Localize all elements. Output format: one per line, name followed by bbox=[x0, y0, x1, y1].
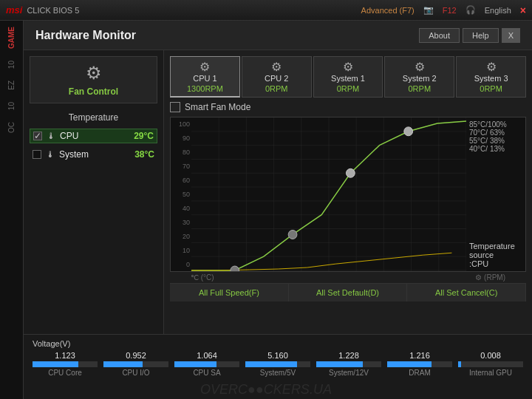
temp-level-40: 40°C/ 13% bbox=[469, 145, 522, 153]
fan-tab-sys1-icon: ⚙ bbox=[316, 60, 381, 74]
chart-right-labels: 85°C/100% 70°C/ 63% 55°C/ 38% 40°C/ 13% … bbox=[466, 117, 525, 271]
sys12v-bar bbox=[316, 361, 381, 367]
igpu-bar bbox=[458, 361, 523, 367]
f12-label: F12 bbox=[443, 6, 457, 15]
fan-icon: ⚙ bbox=[36, 63, 151, 83]
igpu-fill bbox=[458, 361, 461, 367]
fan-tabs: ⚙ CPU 1 1300RPM ⚙ CPU 2 0RPM ⚙ System 1 … bbox=[170, 56, 526, 98]
cpusa-bar bbox=[174, 361, 239, 367]
sys5v-value: 5.160 bbox=[267, 351, 288, 360]
cpusa-fill bbox=[174, 361, 216, 367]
fan-tab-sys1[interactable]: ⚙ System 1 0RPM bbox=[313, 56, 383, 98]
cpucore-fill bbox=[33, 361, 78, 367]
fan-tab-sys3-rpm: 0RPM bbox=[458, 84, 524, 93]
fan-tab-cpu2-rpm: 0RPM bbox=[244, 84, 310, 93]
svg-point-24 bbox=[404, 127, 413, 136]
top-bar-right: Advanced (F7) 📷 F12 🎧 English × bbox=[361, 4, 526, 16]
fan-tab-sys1-name: System 1 bbox=[316, 74, 381, 83]
fan-tab-sys3-name: System 3 bbox=[458, 74, 524, 83]
fan-tab-sys3[interactable]: ⚙ System 3 0RPM bbox=[456, 56, 526, 98]
dram-value: 1.216 bbox=[409, 351, 430, 360]
svg-point-23 bbox=[346, 168, 355, 177]
temp-level-70: 70°C/ 63% bbox=[469, 129, 522, 137]
voltage-bars: 1.123 CPU Core 0.952 CPU I/O 1.064 CPU S… bbox=[33, 351, 523, 377]
cpu-temp-row: ✓ 🌡 CPU 29°C bbox=[30, 129, 157, 143]
cpucore-name: CPU Core bbox=[48, 369, 82, 377]
left-sidebar: GAME 10 EZ 10 OC bbox=[0, 21, 24, 399]
cpuio-name: CPU I/O bbox=[122, 369, 149, 377]
voltage-item-cpuio: 0.952 CPU I/O bbox=[103, 351, 168, 377]
voltage-item-igpu: 0.008 Internal GPU bbox=[458, 351, 523, 377]
right-panel: ⚙ CPU 1 1300RPM ⚙ CPU 2 0RPM ⚙ System 1 … bbox=[164, 50, 532, 334]
close-button[interactable]: X bbox=[502, 28, 520, 43]
brand-area: msi CLICK BIOS 5 bbox=[6, 4, 79, 16]
fan-tab-sys2-icon: ⚙ bbox=[386, 60, 452, 74]
smart-fan-label: Smart Fan Mode bbox=[185, 102, 250, 112]
fan-tab-cpu2-icon: ⚙ bbox=[244, 60, 310, 74]
cpusa-name: CPU SA bbox=[193, 369, 220, 377]
temp-level-85: 85°C/100% bbox=[469, 120, 522, 129]
fan-tab-sys2[interactable]: ⚙ System 2 0RPM bbox=[384, 56, 454, 98]
voltage-item-cpucore: 1.123 CPU Core bbox=[33, 351, 98, 377]
sys12v-name: System/12V bbox=[329, 369, 369, 377]
bios-title: CLICK BIOS 5 bbox=[27, 6, 79, 15]
top-bar: msi CLICK BIOS 5 Advanced (F7) 📷 F12 🎧 E… bbox=[0, 0, 532, 21]
dram-bar bbox=[387, 361, 452, 367]
sys5v-name: System/5V bbox=[260, 369, 296, 377]
cpucore-bar bbox=[33, 361, 98, 367]
sidebar-oc[interactable]: OC bbox=[7, 122, 16, 133]
dram-fill bbox=[387, 361, 432, 367]
fan-tab-sys2-rpm: 0RPM bbox=[386, 84, 452, 93]
system-temp-row: 🌡 System 38°C bbox=[30, 148, 157, 161]
fan-tab-cpu2[interactable]: ⚙ CPU 2 0RPM bbox=[242, 56, 312, 98]
smart-fan-checkbox[interactable] bbox=[170, 102, 180, 112]
cpucore-value: 1.123 bbox=[55, 351, 75, 360]
set-default-button[interactable]: All Set Default(D) bbox=[289, 284, 408, 301]
set-cancel-button[interactable]: All Set Cancel(C) bbox=[407, 284, 526, 301]
svg-point-22 bbox=[288, 231, 297, 239]
help-button[interactable]: Help bbox=[463, 28, 499, 43]
left-panel: ⚙ Fan Control Temperature ✓ 🌡 CPU 29°C 🌡… bbox=[24, 50, 164, 334]
x-axis-temp-label: ℃ (°C) bbox=[191, 273, 214, 282]
cpu-checkbox[interactable]: ✓ bbox=[33, 132, 42, 140]
cpuio-value: 0.952 bbox=[126, 351, 146, 360]
cpusa-value: 1.064 bbox=[197, 351, 217, 360]
temp-source: Temperature source :CPU bbox=[469, 242, 522, 268]
sidebar-ez[interactable]: EZ bbox=[7, 81, 16, 90]
sys5v-bar bbox=[245, 361, 310, 367]
fan-tab-cpu1-name: CPU 1 bbox=[172, 74, 238, 83]
fan-control-label: Fan Control bbox=[36, 86, 151, 97]
watermark: OVERC●●CKERS.UA bbox=[200, 382, 332, 398]
sidebar-game[interactable]: GAME bbox=[7, 27, 16, 49]
topbar-close-btn[interactable]: × bbox=[520, 4, 526, 16]
system-icon: 🌡 bbox=[46, 149, 55, 160]
about-button[interactable]: About bbox=[419, 28, 460, 43]
advanced-mode-label[interactable]: Advanced (F7) bbox=[361, 6, 415, 15]
fan-tab-sys2-name: System 2 bbox=[386, 74, 452, 83]
fan-curve-svg[interactable] bbox=[191, 117, 466, 271]
cpu-icon: 🌡 bbox=[47, 131, 55, 141]
fan-tab-cpu1[interactable]: ⚙ CPU 1 1300RPM bbox=[170, 56, 240, 98]
language-label[interactable]: English bbox=[485, 6, 511, 15]
sys12v-value: 1.228 bbox=[338, 351, 359, 360]
system-checkbox[interactable] bbox=[33, 150, 41, 159]
sidebar-10-1[interactable]: 10 bbox=[7, 61, 16, 69]
temp-source-label: Temperature source bbox=[469, 242, 522, 259]
fan-tab-cpu1-rpm: 1300RPM bbox=[172, 84, 238, 93]
chart-container: 100 90 80 70 60 50 40 30 20 10 0 bbox=[170, 117, 526, 272]
igpu-name: Internal GPU bbox=[469, 369, 512, 377]
cpu-temp-value: 29°C bbox=[134, 131, 154, 141]
chart-main[interactable] bbox=[191, 117, 466, 271]
f12-icon: 📷 bbox=[423, 5, 434, 15]
svg-point-21 bbox=[231, 266, 239, 271]
sidebar-10-2[interactable]: 10 bbox=[7, 102, 16, 110]
system-temp-label: System bbox=[59, 149, 130, 160]
sys12v-fill bbox=[316, 361, 363, 367]
system-temp-value: 38°C bbox=[134, 149, 154, 160]
voltage-title: Voltage(V) bbox=[33, 339, 523, 348]
content-area: ⚙ Fan Control Temperature ✓ 🌡 CPU 29°C 🌡… bbox=[24, 50, 532, 334]
full-speed-button[interactable]: All Full Speed(F) bbox=[170, 284, 289, 301]
header-buttons: About Help X bbox=[419, 28, 520, 43]
fan-tab-cpu2-name: CPU 2 bbox=[244, 74, 310, 83]
main-header: Hardware Monitor About Help X bbox=[24, 21, 532, 50]
